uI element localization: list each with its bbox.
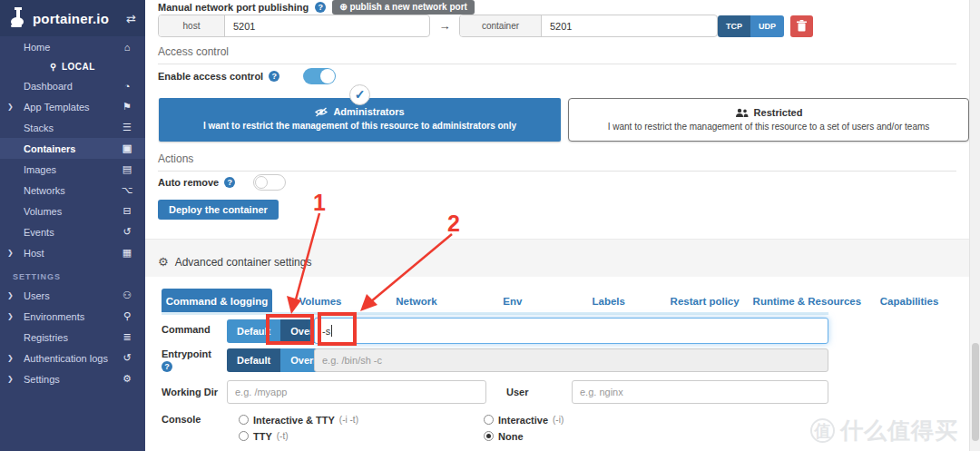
sidebar-item-events[interactable]: Events↺: [0, 221, 145, 242]
containers-icon: ▣: [120, 142, 134, 154]
tab-capabilities[interactable]: Capabilities: [861, 289, 957, 313]
help-icon[interactable]: ?: [162, 361, 172, 372]
portainer-logo-icon: [9, 7, 27, 29]
sidebar-item-registries[interactable]: Registries≣: [0, 327, 145, 348]
sidebar-item-images[interactable]: Images▤: [0, 159, 145, 180]
restricted-option[interactable]: Restricted I want to restrict the manage…: [568, 98, 969, 142]
access-control-title: Access control: [158, 45, 956, 64]
plug-icon: ⚲: [120, 310, 134, 322]
sidebar-item-app-templates[interactable]: ❯App Templates⚑: [0, 96, 145, 117]
chevron-right-icon: ❯: [7, 375, 14, 383]
toggle-knob: [320, 69, 335, 83]
sidebar-item-volumes[interactable]: Volumes⊟: [0, 201, 145, 221]
sidebar-collapse-icon[interactable]: ⇄: [126, 12, 136, 25]
chevron-right-icon: ❯: [7, 291, 14, 299]
home-icon: ⌂: [120, 42, 134, 53]
dashboard-icon: ◔: [120, 81, 134, 92]
port-mapping-row: host 5201 → container 5201 TCP UDP: [158, 15, 813, 37]
gears-icon: ⚙: [120, 373, 134, 385]
selected-check-icon: ✓: [349, 84, 370, 105]
sidebar-header: portainer.io ⇄: [0, 0, 145, 36]
auto-remove-toggle[interactable]: [253, 174, 286, 191]
delete-port-button[interactable]: [790, 15, 813, 37]
settings-tabs: Command & loggingVolumesNetworkEnvLabels…: [162, 289, 957, 313]
user-label: User: [506, 387, 528, 397]
help-icon[interactable]: ?: [269, 71, 279, 82]
tab-runtime-resources[interactable]: Runtime & Resources: [753, 289, 862, 313]
container-port-label: container: [460, 15, 542, 36]
tab-volumes[interactable]: Volumes: [272, 289, 368, 313]
advanced-settings-title: ⚙ Advanced container settings: [158, 255, 311, 269]
console-option-interactive-tty[interactable]: Interactive & TTY(-i -t): [239, 412, 484, 427]
history-icon: ↺: [120, 352, 134, 364]
images-icon: ▤: [120, 163, 134, 175]
smzdm-watermark: 值 什么值得买: [810, 416, 958, 446]
vertical-scrollbar[interactable]: [969, 0, 980, 451]
help-icon[interactable]: ?: [315, 2, 326, 13]
plug-icon: ⚲: [50, 62, 57, 72]
annotation-number-1: 1: [313, 190, 326, 216]
tab-labels[interactable]: Labels: [561, 289, 657, 313]
enable-access-control-row: Enable access control ?: [158, 68, 336, 84]
app-logo-text: portainer.io: [33, 11, 126, 26]
access-control-toggle[interactable]: [303, 68, 336, 84]
console-label: Console: [162, 414, 201, 425]
sidebar-item-authentication-logs[interactable]: ❯Authentication logs↺: [0, 348, 145, 368]
command-default-button[interactable]: Default: [227, 319, 280, 343]
toggle-knob: [255, 176, 268, 189]
chevron-right-icon: ❯: [7, 312, 14, 320]
entrypoint-default-button[interactable]: Default: [227, 348, 280, 372]
network-icon: ⌥: [120, 184, 134, 196]
administrators-title: Administrators: [333, 106, 404, 117]
sidebar: portainer.io ⇄ Home⌂⚲LOCALDashboard◔❯App…: [0, 0, 145, 451]
sidebar-item-stacks[interactable]: Stacks☰: [0, 117, 145, 138]
host-port-input[interactable]: 5201: [225, 15, 429, 36]
list-icon: ☰: [120, 122, 134, 133]
tab-command-logging[interactable]: Command & logging: [162, 289, 272, 313]
publish-port-button[interactable]: ⊕ publish a new network port: [332, 0, 475, 15]
user-input[interactable]: [572, 380, 828, 404]
gear-icon: ⚙: [158, 255, 169, 269]
port-publishing-title: Manual network port publishing: [158, 2, 309, 13]
sidebar-item-host[interactable]: ❯Host▦: [0, 242, 145, 263]
sidebar-item-environments[interactable]: ❯Environments⚲: [0, 306, 145, 327]
database-icon: ≣: [120, 331, 134, 343]
console-option-none[interactable]: None: [484, 428, 564, 444]
sidebar-item-settings[interactable]: ❯Settings⚙: [0, 368, 145, 389]
chevron-right-icon: ❯: [7, 249, 14, 257]
command-input[interactable]: -s: [314, 318, 828, 344]
radio-icon: [239, 415, 249, 425]
sidebar-header-local: ⚲LOCAL: [0, 57, 145, 75]
console-option-tty[interactable]: TTY(-t): [239, 428, 484, 444]
main-content: Manual network port publishing ? ⊕ publi…: [145, 0, 969, 451]
auto-remove-label: Auto remove: [158, 177, 219, 188]
restricted-title: Restricted: [754, 107, 803, 118]
container-port-input[interactable]: 5201: [542, 15, 717, 36]
console-option-interactive[interactable]: Interactive(-i): [484, 412, 564, 427]
tabs-underline: [162, 312, 828, 315]
eye-slash-icon: [315, 107, 328, 117]
sidebar-item-networks[interactable]: Networks⌥: [0, 180, 145, 201]
restricted-description: I want to restrict the management of thi…: [569, 122, 968, 132]
tab-network[interactable]: Network: [368, 289, 465, 313]
history-icon: ↺: [120, 226, 134, 238]
udp-button[interactable]: UDP: [750, 15, 784, 37]
sidebar-item-containers[interactable]: Containers▣: [0, 138, 145, 159]
working-dir-input[interactable]: [227, 380, 486, 404]
radio-icon: [484, 431, 494, 441]
sidebar-header-settings: SETTINGS: [0, 263, 145, 285]
trash-icon: [797, 20, 807, 32]
portainer-app: portainer.io ⇄ Home⌂⚲LOCALDashboard◔❯App…: [0, 0, 980, 451]
tab-restart-policy[interactable]: Restart policy: [657, 289, 753, 313]
deploy-container-button[interactable]: Deploy the container: [158, 200, 279, 220]
sidebar-item-home[interactable]: Home⌂: [0, 36, 145, 57]
tab-env[interactable]: Env: [465, 289, 561, 313]
tcp-button[interactable]: TCP: [718, 15, 750, 37]
scrollbar-thumb[interactable]: [972, 343, 979, 441]
volumes-icon: ⊟: [120, 205, 134, 217]
sidebar-item-users[interactable]: ❯Users⚇: [0, 285, 145, 306]
sidebar-item-dashboard[interactable]: Dashboard◔: [0, 75, 145, 96]
help-icon[interactable]: ?: [224, 177, 235, 188]
entrypoint-input[interactable]: [314, 348, 828, 372]
chevron-right-icon: ❯: [7, 354, 14, 362]
